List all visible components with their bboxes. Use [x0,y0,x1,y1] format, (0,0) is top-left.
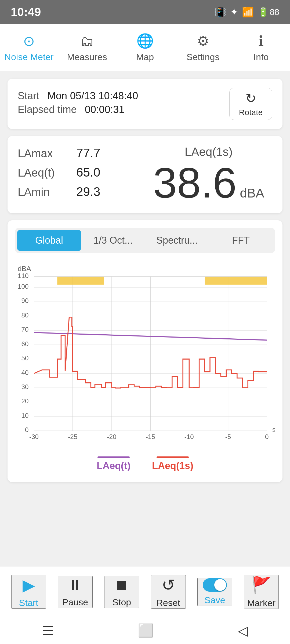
lamin-label: LAmin [18,186,71,199]
nav-settings[interactable]: ⚙ Settings [174,33,232,62]
tab-fft[interactable]: FFT [209,230,273,251]
stop-label: Stop [112,597,131,608]
back-icon[interactable]: ◁ [238,623,248,638]
svg-text:-20: -20 [107,433,116,440]
svg-text:-30: -30 [29,433,39,440]
marker-button[interactable]: 🚩 Marker [244,575,279,609]
speedometer-icon: ⊙ [23,33,35,49]
save-toggle[interactable] [203,578,227,592]
session-info: Start Mon 05/13 10:48:40 Elapsed time 00… [18,90,138,118]
svg-rect-40 [205,277,267,285]
left-measurements: LAmax 77.7 LAeq(t) 65.0 LAmin 29.3 [18,146,145,204]
nav-settings-label: Settings [187,52,220,62]
legend-laeqt: LAeq(t) [97,456,130,471]
y-axis-label: dBA [18,265,31,273]
svg-text:20: 20 [21,397,29,405]
marker-label: Marker [247,598,276,608]
chart-svg: dBA 0 10 20 30 40 [15,261,275,449]
lamin-value: 29.3 [76,184,100,199]
menu-icon[interactable]: ☰ [42,623,54,638]
start-label: Start [18,90,39,102]
laeq1s-unit: dBA [240,186,264,200]
svg-text:60: 60 [21,340,29,347]
rotate-button[interactable]: ↻ Rotate [229,88,272,120]
legend-laeqt-line [97,456,130,458]
laeq1s-display: LAeq(1s) 38.6 dBA [145,145,272,204]
reset-icon: ↺ [162,576,175,594]
chart-area: dBA 0 10 20 30 40 [15,261,275,449]
nav-info-label: Info [253,52,269,62]
gear-icon: ⚙ [197,33,209,49]
system-nav-bar: ☰ ⬜ ◁ [0,617,290,644]
legend-laeq1s-line [157,456,189,458]
folder-icon: 🗂 [80,33,94,49]
legend-laeq1s-label: LAeq(1s) [152,460,193,471]
reset-button[interactable]: ↺ Reset [151,575,186,609]
legend-laeq1s: LAeq(1s) [152,456,193,471]
laeqt-value: 65.0 [76,165,100,180]
chart-card: Global 1/3 Oct... Spectru... FFT dBA [8,220,282,482]
legend-laeqt-label: LAeq(t) [97,460,130,471]
svg-text:80: 80 [21,312,29,319]
nav-noise-meter[interactable]: ⊙ Noise Meter [0,33,58,62]
svg-text:50: 50 [21,354,29,362]
pause-button[interactable]: ⏸ Pause [58,576,93,608]
bluetooth-icon: ✦ [230,6,238,18]
top-navigation: ⊙ Noise Meter 🗂 Measures 🌐 Map ⚙ Setting… [0,24,290,71]
measurements-card: LAmax 77.7 LAeq(t) 65.0 LAmin 29.3 LAeq(… [8,136,282,213]
start-label: Start [19,598,38,608]
start-value: Mon 05/13 10:48:40 [47,90,138,102]
nav-noise-meter-label: Noise Meter [4,52,53,62]
marker-icon: 🚩 [251,576,271,595]
globe-icon: 🌐 [136,33,154,49]
svg-text:40: 40 [21,369,29,376]
tab-global[interactable]: Global [17,230,81,251]
svg-rect-39 [57,277,104,285]
svg-text:-25: -25 [68,433,77,440]
status-icons: 📳 ✦ 📶 🔋 88 [214,6,279,18]
chart-tabs: Global 1/3 Oct... Spectru... FFT [15,228,275,253]
svg-text:70: 70 [21,326,29,333]
status-bar: 10:49 📳 ✦ 📶 🔋 88 [0,0,290,24]
laeqt-label: LAeq(t) [18,166,71,179]
home-icon[interactable]: ⬜ [138,623,154,638]
battery-icon: 🔋 [258,7,269,17]
nav-measures[interactable]: 🗂 Measures [58,33,116,62]
stop-button[interactable]: ⏹ Stop [104,576,139,608]
session-elapsed-row: Elapsed time 00:00:31 [18,104,138,115]
lamax-value: 77.7 [76,146,100,160]
nav-measures-label: Measures [67,52,107,62]
battery-indicator: 🔋 88 [258,7,279,17]
nav-map-label: Map [136,52,154,62]
session-card: Start Mon 05/13 10:48:40 Elapsed time 00… [8,79,282,129]
pause-label: Pause [62,597,88,608]
tab-spectrum[interactable]: Spectru... [145,230,209,251]
reset-label: Reset [156,598,180,608]
save-button[interactable]: Save [197,578,232,606]
signal-icon: 📶 [242,6,254,18]
elapsed-value: 00:00:31 [85,104,125,115]
rotate-icon: ↻ [245,91,256,106]
svg-text:110: 110 [18,272,28,279]
start-button[interactable]: ▶ Start [11,575,46,609]
svg-text:10: 10 [21,412,29,419]
rotate-label: Rotate [239,108,263,117]
lamin-row: LAmin 29.3 [18,184,145,199]
svg-text:-5: -5 [225,433,231,440]
lamax-row: LAmax 77.7 [18,146,145,160]
info-icon: ℹ [258,33,264,49]
vibrate-icon: 📳 [214,6,226,18]
battery-level: 88 [270,7,279,17]
nav-info[interactable]: ℹ Info [232,33,290,62]
stop-icon: ⏹ [114,576,129,594]
svg-text:s: s [272,426,275,434]
save-label: Save [204,595,225,605]
nav-map[interactable]: 🌐 Map [116,33,174,62]
bottom-toolbar: ▶ Start ⏸ Pause ⏹ Stop ↺ Reset Save 🚩 Ma… [0,566,290,617]
svg-text:30: 30 [21,383,29,390]
tab-oct[interactable]: 1/3 Oct... [81,230,145,251]
main-content: Start Mon 05/13 10:48:40 Elapsed time 00… [0,71,290,482]
svg-text:90: 90 [21,297,29,304]
svg-text:100: 100 [18,283,28,290]
svg-text:0: 0 [265,433,269,440]
